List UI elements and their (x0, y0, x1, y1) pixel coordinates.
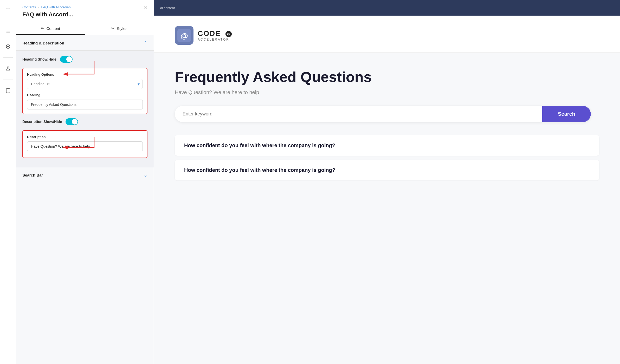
brand-sub: ACCELERATOR (198, 38, 232, 41)
close-button[interactable]: ✕ (144, 5, 147, 11)
page-icon[interactable] (3, 86, 13, 95)
search-bar-title: Search Bar (22, 173, 43, 177)
panel-sidebar: Contents › FAQ with Accordian FAQ with A… (16, 0, 154, 364)
brand-text: CODE ⚙ ACCELERATOR (198, 29, 232, 41)
panel-header: Contents › FAQ with Accordian FAQ with A… (16, 0, 154, 22)
edit-icon: ✏ (41, 26, 44, 31)
heading-toggle-label: Heading Show/Hide (22, 57, 56, 61)
section-heading-header[interactable]: Heading & Description ⌃ (16, 35, 154, 51)
chevron-up-icon: ⌃ (144, 40, 147, 46)
tab-styles[interactable]: ✂ Styles (85, 22, 154, 35)
svg-rect-0 (6, 30, 10, 30)
description-field-label: Description (27, 135, 143, 139)
heading-options-box: Heading Options Heading H1 Heading H2 He… (22, 68, 147, 114)
heading-toggle[interactable]: ✓ (60, 56, 73, 63)
brand-logo: @ (175, 26, 193, 45)
preview-body: @ CODE ⚙ ACCELERATOR Frequently Ask (154, 16, 620, 364)
panel-title: FAQ with Accord... (22, 11, 147, 18)
faq-search-button[interactable]: Search (542, 106, 591, 122)
faq-section: Frequently Asked Questions Have Question… (154, 53, 620, 195)
sidebar-divider-2 (3, 57, 13, 58)
svg-point-4 (7, 46, 9, 47)
svg-text:⚙: ⚙ (227, 32, 230, 36)
thin-sidebar (0, 0, 16, 364)
description-toggle[interactable]: ✓ (66, 118, 78, 125)
heading-type-select-wrapper: Heading H1 Heading H2 Heading H3 Heading… (27, 79, 143, 89)
breadcrumb-separator: › (38, 5, 39, 9)
tabs-bar: ✏ Content ✂ Styles (16, 22, 154, 35)
breadcrumb-current: FAQ with Accordian (41, 5, 70, 9)
faq-search-bar: Search (175, 106, 591, 122)
sidebar-divider-1 (3, 20, 13, 20)
faq-item-1[interactable]: How confident do you feel with where the… (175, 135, 599, 156)
preview-area: al content @ CODE ⚙ (154, 0, 620, 364)
plus-icon[interactable] (3, 4, 13, 14)
heading-input[interactable] (27, 100, 143, 109)
faq-item-2[interactable]: How confident do you feel with where the… (175, 160, 599, 180)
description-input[interactable] (27, 141, 143, 151)
scissors-icon: ✂ (111, 26, 115, 31)
topbar-text: al content (160, 6, 175, 10)
faq-question-2: How confident do you feel with where the… (184, 167, 590, 173)
preview-topbar: al content (154, 0, 620, 16)
brand-area: @ CODE ⚙ ACCELERATOR (154, 16, 620, 53)
heading-type-select[interactable]: Heading H1 Heading H2 Heading H3 Heading… (27, 79, 143, 89)
section-body: Heading Show/Hide ✓ Heading Options Head… (16, 51, 154, 167)
svg-text:@: @ (180, 31, 188, 40)
faq-main-title: Frequently Asked Questions (175, 68, 599, 85)
description-box: Description (22, 130, 147, 158)
faq-search-input[interactable] (175, 106, 542, 122)
tab-content[interactable]: ✏ Content (16, 22, 85, 35)
heading-field-label: Heading (27, 93, 143, 97)
sidebar-divider-3 (3, 80, 13, 80)
breadcrumb-parent[interactable]: Contents (22, 5, 36, 9)
section-heading-title: Heading & Description (22, 41, 64, 45)
flask-icon[interactable] (3, 64, 13, 73)
layers-icon[interactable] (3, 26, 13, 36)
animation-icon[interactable] (3, 42, 13, 51)
chevron-down-icon-search: ⌄ (144, 172, 147, 178)
svg-rect-1 (6, 31, 10, 31)
brand-name: CODE ⚙ (198, 29, 232, 38)
search-bar-section[interactable]: Search Bar ⌄ (16, 167, 154, 183)
faq-subtitle: Have Question? We are here to help (175, 89, 599, 95)
description-toggle-label: Description Show/Hide (22, 120, 62, 124)
svg-rect-2 (6, 32, 10, 32)
description-toggle-row: Description Show/Hide ✓ (22, 118, 147, 125)
breadcrumb: Contents › FAQ with Accordian (22, 5, 147, 9)
heading-toggle-row: Heading Show/Hide ✓ (22, 56, 147, 63)
heading-options-label: Heading Options (27, 73, 143, 76)
faq-question-1: How confident do you feel with where the… (184, 142, 590, 148)
panel-content: Heading & Description ⌃ Heading Show/Hid… (16, 35, 154, 364)
